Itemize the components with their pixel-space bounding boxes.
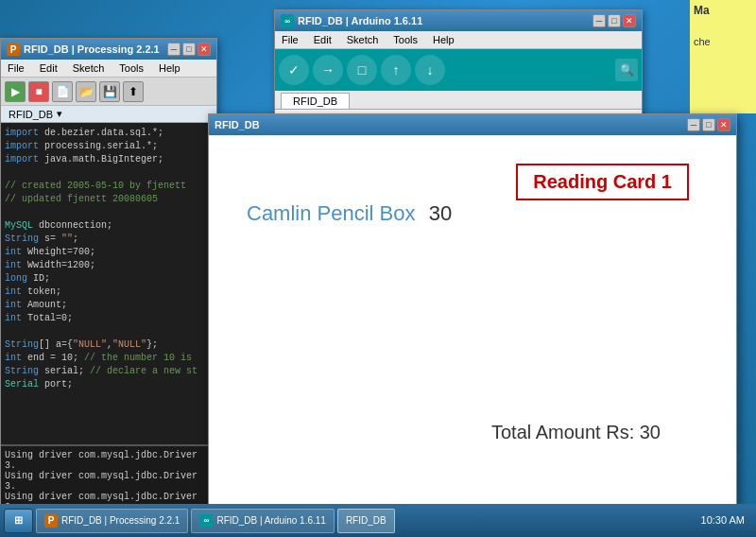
sticky-line-2: che <box>694 36 752 47</box>
total-amount-display: Total Amount Rs: 30 <box>491 422 661 443</box>
arduino-menu-tools[interactable]: Tools <box>390 33 421 46</box>
processing-minimize-button[interactable]: ─ <box>167 43 180 56</box>
code-line-6: // updated fjenett 20080605 <box>5 193 213 206</box>
arduino-maximize-button[interactable]: □ <box>608 14 621 27</box>
code-line-17: String[] a={"NULL","NULL"}; <box>5 338 213 352</box>
processing-maximize-button[interactable]: □ <box>182 43 196 56</box>
start-button[interactable]: ⊞ <box>4 509 33 533</box>
code-line-7 <box>5 206 213 219</box>
rfid-minimize-button[interactable]: ─ <box>687 118 700 131</box>
reading-card-badge: Reading Card 1 <box>516 164 689 200</box>
processing-toolbar: ▶ ■ 📄 📂 💾 ⬆ <box>1 78 216 106</box>
arduino-tab-bar: RFID_DB <box>275 91 642 110</box>
processing-win-controls: ─ □ ✕ <box>167 43 211 56</box>
arduino-save-button[interactable]: ↓ <box>415 55 445 85</box>
code-line-14: int Amount; <box>5 299 213 312</box>
code-line-19: String serial; // declare a new st <box>5 365 213 378</box>
code-line-16 <box>5 325 213 338</box>
rfid-close-button[interactable]: ✕ <box>717 118 730 131</box>
arduino-new-button[interactable]: □ <box>347 55 377 85</box>
arduino-titlebar: ∞ RFID_DB | Arduino 1.6.11 ─ □ ✕ <box>275 10 642 31</box>
arduino-title-area: ∞ RFID_DB | Arduino 1.6.11 <box>281 14 422 27</box>
reading-card-label: Reading Card 1 <box>533 171 672 192</box>
arduino-open-button[interactable]: ↑ <box>381 55 411 85</box>
total-label: Total Amount Rs: <box>491 422 634 442</box>
total-value: 30 <box>640 422 661 442</box>
processing-title: RFID_DB | Processing 2.2.1 <box>24 43 160 55</box>
processing-menu-file[interactable]: File <box>5 61 27 75</box>
console-line-2: Using driver com.mysql.jdbc.Driver 3. <box>5 471 213 492</box>
arduino-close-button[interactable]: ✕ <box>623 14 636 27</box>
arduino-menu-file[interactable]: File <box>279 33 301 46</box>
taskbar-processing-label: RFID_DB | Processing 2.2.1 <box>61 515 180 526</box>
taskbar-rfid-label: RFID_DB <box>346 515 387 526</box>
code-line-1: import de.bezier.data.sql.*; <box>5 127 213 140</box>
sticky-note: Ma che <box>690 0 756 113</box>
taskbar-clock: 10:30 AM <box>694 513 752 527</box>
taskbar-processing[interactable]: P RFID_DB | Processing 2.2.1 <box>36 509 188 533</box>
code-line-4 <box>5 166 213 180</box>
code-line-2: import processing.serial.*; <box>5 140 213 153</box>
processing-window: P RFID_DB | Processing 2.2.1 ─ □ ✕ File … <box>0 38 217 537</box>
processing-stop-button[interactable]: ■ <box>28 81 49 102</box>
code-line-9: String s= ""; <box>5 233 213 246</box>
arduino-title: RFID_DB | Arduino 1.6.11 <box>298 15 422 26</box>
arduino-menu-edit[interactable]: Edit <box>311 33 335 46</box>
processing-export-button[interactable]: ⬆ <box>123 81 144 102</box>
processing-run-button[interactable]: ▶ <box>5 81 26 102</box>
processing-new-button[interactable]: 📄 <box>52 81 73 102</box>
arduino-verify-button[interactable]: ✓ <box>279 55 309 85</box>
processing-save-button[interactable]: 💾 <box>99 81 120 102</box>
processing-code-editor[interactable]: import de.bezier.data.sql.*; import proc… <box>1 123 216 444</box>
processing-tab-arrow: ▾ <box>57 108 62 120</box>
taskbar-rfid[interactable]: RFID_DB <box>337 509 395 533</box>
rfid-maximize-button[interactable]: □ <box>702 118 715 131</box>
processing-menubar: File Edit Sketch Tools Help <box>1 60 216 78</box>
processing-open-button[interactable]: 📂 <box>76 81 96 102</box>
processing-icon: P <box>7 43 20 56</box>
taskbar-processing-icon: P <box>44 514 58 528</box>
processing-menu-sketch[interactable]: Sketch <box>70 61 108 75</box>
product-quantity: 30 <box>429 201 452 225</box>
console-line-1: Using driver com.mysql.jdbc.Driver 3. <box>5 450 213 471</box>
arduino-win-controls: ─ □ ✕ <box>593 14 636 27</box>
processing-menu-edit[interactable]: Edit <box>37 61 60 75</box>
processing-titlebar: P RFID_DB | Processing 2.2.1 ─ □ ✕ <box>1 39 216 60</box>
code-line-5: // created 2005-05-10 by fjenett <box>5 180 213 193</box>
start-icon: ⊞ <box>14 514 23 527</box>
code-line-11: int Wwidth=1200; <box>5 259 213 272</box>
taskbar: ⊞ P RFID_DB | Processing 2.2.1 ∞ RFID_DB… <box>0 504 756 537</box>
rfid-popup-window: RFID_DB ─ □ ✕ Reading Card 1 Camlin Penc… <box>208 113 737 520</box>
processing-close-button[interactable]: ✕ <box>198 43 211 56</box>
taskbar-arduino[interactable]: ∞ RFID_DB | Arduino 1.6.11 <box>191 509 334 533</box>
code-line-10: int Wheight=700; <box>5 246 213 259</box>
rfid-titlebar: RFID_DB ─ □ ✕ <box>209 114 736 135</box>
rfid-title: RFID_DB <box>215 119 260 130</box>
code-line-20: Serial port; <box>5 378 213 391</box>
arduino-toolbar: ✓ → □ ↑ ↓ 🔍 <box>275 49 642 91</box>
taskbar-arduino-icon: ∞ <box>199 514 213 528</box>
clock-time: 10:30 AM <box>701 513 745 527</box>
arduino-menubar: File Edit Sketch Tools Help <box>275 31 642 49</box>
arduino-search-button[interactable]: 🔍 <box>615 59 638 81</box>
code-line-8: MySQL dbconnection; <box>5 219 213 233</box>
code-line-13: int token; <box>5 286 213 299</box>
desktop: Ma che P RFID_DB | Processing 2.2.1 ─ □ … <box>0 0 756 537</box>
processing-menu-help[interactable]: Help <box>156 61 183 75</box>
code-line-3: import java.math.BigInteger; <box>5 153 213 166</box>
code-line-15: int Total=0; <box>5 312 213 325</box>
rfid-title-area: RFID_DB <box>215 119 260 130</box>
arduino-upload-button[interactable]: → <box>313 55 343 85</box>
taskbar-arduino-label: RFID_DB | Arduino 1.6.11 <box>216 515 325 526</box>
sticky-line-1: Ma <box>694 4 752 17</box>
arduino-menu-help[interactable]: Help <box>430 33 457 46</box>
product-name: Camlin Pencil Box <box>247 201 416 225</box>
processing-tab[interactable]: RFID_DB ▾ <box>1 106 216 123</box>
processing-menu-tools[interactable]: Tools <box>116 61 146 75</box>
rfid-win-controls: ─ □ ✕ <box>687 118 730 131</box>
arduino-tab[interactable]: RFID_DB <box>281 93 350 109</box>
arduino-minimize-button[interactable]: ─ <box>593 14 606 27</box>
product-line: Camlin Pencil Box 30 <box>247 201 698 226</box>
arduino-tab-label: RFID_DB <box>293 95 337 107</box>
arduino-menu-sketch[interactable]: Sketch <box>344 33 382 46</box>
